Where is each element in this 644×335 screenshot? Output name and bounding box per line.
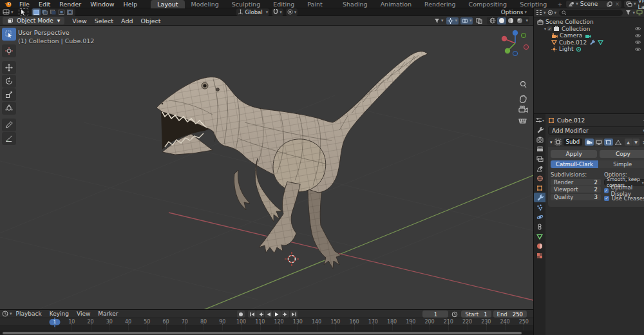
viewport-canvas[interactable]: User Perspective (1) Collection | Cube.0… — [0, 26, 533, 309]
viewport-menu-view[interactable]: View — [68, 17, 91, 24]
menu-edit[interactable]: Edit — [34, 1, 55, 8]
scene-name[interactable]: Scene — [580, 1, 598, 7]
catmull-clark-button[interactable]: Catmull-Clark — [551, 160, 598, 168]
gizmo-x-neg[interactable] — [524, 44, 528, 49]
modifier-realtime-toggle[interactable] — [594, 139, 603, 146]
view-layer-name[interactable]: View Layer — [638, 0, 644, 10]
workspace-tab-texture-paint[interactable]: Texture Paint — [301, 0, 336, 8]
workspace-tab-sculpting[interactable]: Sculpting — [225, 0, 267, 8]
select-mode-extend-button[interactable] — [41, 8, 49, 15]
gizmos-dropdown[interactable]: ▾ — [446, 17, 459, 24]
viewport-field[interactable]: Viewport2 — [551, 186, 601, 193]
editor-type-icon[interactable] — [3, 9, 10, 15]
timeline-scrollbar-thumb[interactable] — [3, 332, 522, 334]
add-workspace-button[interactable]: + — [553, 0, 566, 8]
optimal-display-checkbox[interactable]: ✓Optimal Display — [604, 187, 644, 194]
viewport-menu-select[interactable]: Select — [91, 17, 117, 24]
move-down-button[interactable]: ▼ — [632, 139, 639, 146]
menu-help[interactable]: Help — [119, 1, 142, 8]
shading-dropdown[interactable]: ▾ — [526, 18, 528, 23]
playhead[interactable]: 1 — [50, 319, 61, 325]
add-modifier-dropdown[interactable]: Add Modifier▾ — [548, 126, 644, 135]
view-layer-selector[interactable]: ▾ View Layer × — [624, 1, 644, 8]
workspace-tab-uv-editing[interactable]: UV Editing — [267, 0, 301, 8]
play-button[interactable] — [273, 311, 281, 318]
timeline-ruler[interactable]: 1 10203040506070809010011012013014015016… — [0, 318, 533, 326]
jump-start-button[interactable] — [248, 311, 256, 318]
proportional-edit-controls[interactable]: ▾ — [286, 8, 298, 16]
tool-transform[interactable] — [2, 102, 16, 115]
modifier-name-field[interactable]: Subd — [564, 139, 583, 146]
shading-material-button[interactable] — [506, 17, 515, 24]
visibility-eye-icon[interactable] — [634, 26, 641, 31]
start-frame-field[interactable]: Start1 — [461, 311, 491, 318]
expand-icon[interactable]: ▾ — [550, 140, 553, 145]
scene-selector[interactable]: ▾ Scene × — [566, 1, 621, 8]
properties-tab-constraints[interactable] — [534, 222, 545, 231]
timeline-menu-marker[interactable]: Marker — [94, 311, 122, 317]
prev-keyframe-button[interactable] — [256, 311, 264, 318]
properties-tab-particles[interactable] — [534, 202, 545, 212]
snap-controls[interactable]: ▾ — [272, 8, 283, 16]
properties-tab-material[interactable] — [534, 241, 545, 251]
workspace-tab-shading[interactable]: Shading — [336, 0, 374, 8]
properties-tab-output[interactable] — [534, 144, 545, 154]
properties-tab-object[interactable] — [534, 183, 545, 193]
apply-button[interactable]: Apply — [551, 150, 597, 158]
outliner-row-collection[interactable]: ▾✓Collection — [534, 26, 644, 33]
outliner-row-light[interactable]: Light — [534, 46, 644, 53]
viewport-menu-add[interactable]: Add — [117, 17, 137, 24]
collection-checkbox[interactable]: ✓ — [547, 26, 552, 31]
properties-tab-scene[interactable] — [534, 164, 545, 173]
outliner-editor-icon[interactable] — [536, 10, 542, 15]
unlink-scene-icon[interactable]: × — [615, 1, 620, 7]
workspace-tab-layout[interactable]: Layout — [151, 0, 184, 8]
tool-rotate[interactable] — [2, 75, 16, 88]
select-mode-set-button[interactable] — [32, 8, 41, 15]
xray-toggle[interactable] — [475, 17, 484, 24]
blender-logo-icon[interactable] — [4, 1, 12, 8]
properties-editor-icon[interactable]: ▾ — [534, 115, 545, 125]
properties-tab-view-layer[interactable] — [534, 154, 545, 164]
shading-solid-button[interactable] — [497, 17, 506, 24]
gizmo-z-neg[interactable] — [513, 51, 517, 55]
workspace-tab-compositing[interactable]: Compositing — [462, 0, 514, 8]
properties-tab-modifiers[interactable] — [534, 193, 545, 202]
menu-window[interactable]: Window — [86, 1, 118, 8]
show-object-types-dropdown[interactable]: ▾ — [433, 17, 445, 24]
outliner-row-camera[interactable]: Camera — [534, 32, 644, 39]
play-reverse-button[interactable] — [265, 311, 272, 318]
properties-tab-physics[interactable] — [534, 212, 545, 222]
timeline-editor-icon[interactable] — [2, 311, 8, 317]
active-tool-button[interactable] — [19, 8, 28, 15]
mode-dropdown[interactable]: Object Mode ▾ — [3, 17, 64, 24]
breadcrumb-object-name[interactable]: Cube.012 — [557, 117, 585, 124]
orientation-dropdown[interactable]: Global ▾ — [236, 8, 270, 16]
next-keyframe-button[interactable] — [281, 311, 289, 318]
record-button[interactable] — [237, 311, 245, 318]
move-up-button[interactable]: ▲ — [625, 139, 632, 146]
expand-icon[interactable]: ▾ — [544, 26, 546, 31]
copy-button[interactable]: Copy — [600, 150, 644, 158]
current-frame-field[interactable]: 1 — [422, 311, 448, 318]
properties-tab-object-data[interactable] — [534, 231, 545, 241]
outliner-row-scene-collection[interactable]: Scene Collection — [534, 19, 644, 26]
quality-field[interactable]: Quality3 — [551, 194, 601, 200]
timeline-tracks[interactable] — [0, 326, 533, 330]
tool-annotate[interactable] — [2, 119, 16, 131]
select-mode-intersect-button[interactable] — [66, 8, 74, 15]
visibility-eye-icon[interactable] — [634, 40, 641, 44]
modifier-editmode-toggle[interactable] — [604, 139, 613, 146]
outliner-sync-icon[interactable] — [636, 10, 643, 15]
modifier-cage-toggle[interactable] — [614, 139, 623, 146]
options-dropdown[interactable]: Options ▾ — [501, 9, 527, 15]
tool-cursor[interactable] — [2, 44, 16, 57]
render-field[interactable]: Render2 — [551, 179, 601, 186]
filter-funnel-icon[interactable] — [625, 10, 631, 15]
end-frame-field[interactable]: End250 — [493, 311, 527, 318]
tool-measure[interactable] — [2, 132, 16, 145]
outliner-search[interactable] — [559, 10, 623, 16]
new-scene-icon[interactable] — [607, 1, 612, 7]
use-creases-checkbox[interactable]: ✓Use Creases — [604, 195, 644, 202]
tool-move[interactable] — [2, 61, 16, 74]
